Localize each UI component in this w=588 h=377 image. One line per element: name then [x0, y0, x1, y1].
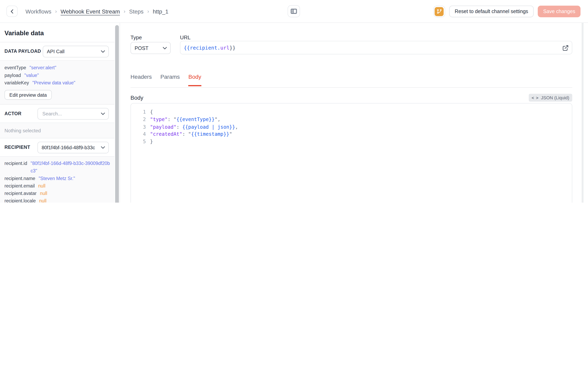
breadcrumb-item[interactable]: Webhook Event Stream: [61, 8, 120, 14]
panel-toggle-icon: [291, 9, 297, 14]
variable-row: recipient.id"80f1f4bf-166d-48f9-b33c-390…: [4, 160, 110, 175]
variable-row: variableKey"Preview data value": [4, 79, 110, 87]
recipient-preview-section: recipient.id"80f1f4bf-166d-48f9-b33c-390…: [0, 157, 114, 203]
format-badge[interactable]: < > JSON (Liquid): [529, 94, 572, 102]
data-payload-row: DATA PAYLOAD API Call: [0, 42, 114, 61]
tab-params[interactable]: Params: [160, 73, 180, 86]
breadcrumb-item: http_1: [153, 8, 168, 14]
variable-key: variableKey: [4, 79, 29, 87]
actor-empty-state: Nothing selected: [0, 123, 114, 138]
variable-key: recipient.name: [4, 175, 35, 182]
commit-button[interactable]: [433, 6, 445, 17]
breadcrumb-separator: ›: [55, 8, 57, 14]
actor-search-select[interactable]: [37, 108, 109, 119]
breadcrumb: Workflows›Webhook Event Stream›Steps›htt…: [26, 0, 169, 23]
data-payload-label: DATA PAYLOAD: [4, 49, 41, 54]
payload-preview-section: eventType"server:alert"payload"value"var…: [0, 61, 114, 105]
chevron-down-icon: [101, 146, 105, 149]
git-commit-icon: [435, 7, 444, 16]
variable-value: "Steven Metz Sr.": [39, 175, 75, 182]
app-window: Workflows›Webhook Event Stream›Steps›htt…: [0, 0, 588, 203]
actor-search-input[interactable]: [42, 110, 101, 117]
code-glyph: < >: [532, 95, 539, 100]
data-payload-select[interactable]: API Call: [43, 46, 109, 57]
recipient-select[interactable]: 80f1f4bf-166d-48f9-b33c: [37, 141, 109, 153]
variable-value: "server:alert": [29, 64, 56, 71]
sidebar-title: Variable data: [0, 23, 114, 43]
url-label: URL: [180, 35, 190, 40]
save-changes-button[interactable]: Save changes: [538, 6, 580, 17]
actor-row: ACTOR: [0, 105, 114, 123]
body-section-label: Body: [130, 94, 143, 101]
reset-channel-settings-button[interactable]: Reset to default channel settings: [449, 6, 534, 17]
variable-row: payload"value": [4, 72, 110, 79]
variable-row: eventType"server:alert": [4, 64, 110, 71]
url-input[interactable]: {{recipient.url}}: [180, 41, 572, 54]
request-tabs: HeadersParamsBody: [130, 73, 201, 86]
line-number: 1: [131, 108, 146, 116]
variable-value: null: [38, 182, 45, 190]
breadcrumb-separator: ›: [147, 8, 149, 14]
variable-value: null: [40, 190, 47, 197]
variable-key: recipient.locale: [4, 197, 36, 203]
code-lines: 1{2"type": "{{eventType}}",3"payload": {…: [131, 108, 572, 145]
variable-data-sidebar: Variable data DATA PAYLOAD API Call even…: [0, 23, 120, 203]
header-actions: Reset to default channel settings Save c…: [433, 6, 581, 17]
recipient-rows: recipient.id"80f1f4bf-166d-48f9-b33c-390…: [4, 160, 110, 203]
code-line: 3"payload": {{payload | json}},: [131, 123, 572, 131]
chevron-down-icon: [101, 112, 105, 115]
line-number: 4: [131, 131, 146, 138]
method-select[interactable]: POST: [130, 42, 171, 54]
url-value: {{recipient.url}}: [184, 45, 235, 51]
variable-value: "value": [24, 72, 39, 79]
recipient-label: RECIPIENT: [4, 145, 30, 150]
panel-toggle-button[interactable]: [288, 5, 300, 17]
type-label: Type: [130, 35, 142, 40]
main-scrollbar-track[interactable]: [582, 23, 583, 203]
sidebar-scrollbar[interactable]: [115, 25, 119, 203]
line-number: 2: [131, 116, 146, 123]
top-bar: Workflows›Webhook Event Stream›Steps›htt…: [0, 0, 588, 23]
variable-key: eventType: [4, 64, 26, 71]
tab-body[interactable]: Body: [188, 73, 201, 86]
chevron-down-icon: [163, 47, 167, 49]
variable-value: "80f1f4bf-166d-48f9-b33c-39009df20bc3": [31, 160, 110, 175]
variable-value: null: [39, 197, 46, 203]
back-chevron-icon: [9, 9, 15, 14]
tab-headers[interactable]: Headers: [130, 73, 152, 86]
variable-value: "Preview data value": [32, 79, 75, 87]
payload-rows: eventType"server:alert"payload"value"var…: [4, 64, 110, 87]
recipient-row: RECIPIENT 80f1f4bf-166d-48f9-b33c: [0, 138, 114, 157]
tabs-divider: [130, 87, 572, 88]
code-line: 1{: [131, 108, 572, 116]
body-code-editor: 1{2"type": "{{eventType}}",3"payload": {…: [130, 103, 572, 203]
line-number: 5: [131, 138, 146, 145]
variable-key: recipient.id: [4, 160, 27, 167]
code-line: 4"createdAt": "{{timestamp}}": [131, 131, 572, 138]
edit-preview-data-button[interactable]: Edit preview data: [4, 90, 52, 100]
code-line: 2"type": "{{eventType}}",: [131, 116, 572, 123]
variable-row: recipient.avatarnull: [4, 190, 110, 197]
variable-row: recipient.emailnull: [4, 182, 110, 190]
breadcrumb-item: Steps: [129, 8, 143, 14]
actor-label: ACTOR: [4, 111, 21, 116]
chevron-down-icon: [101, 50, 105, 53]
line-number: 3: [131, 123, 146, 131]
variable-row: recipient.localenull: [4, 197, 110, 203]
external-link-icon[interactable]: [562, 45, 569, 52]
variable-key: recipient.avatar: [4, 190, 36, 197]
back-button[interactable]: [6, 6, 18, 17]
variable-key: recipient.email: [4, 182, 35, 190]
breadcrumb-separator: ›: [124, 8, 126, 14]
code-area[interactable]: 1{2"type": "{{eventType}}",3"payload": {…: [131, 104, 572, 203]
variable-key: payload: [4, 72, 21, 79]
code-line: 5}: [131, 138, 572, 145]
breadcrumb-item[interactable]: Workflows: [26, 8, 51, 14]
variable-row: recipient.name"Steven Metz Sr.": [4, 175, 110, 182]
